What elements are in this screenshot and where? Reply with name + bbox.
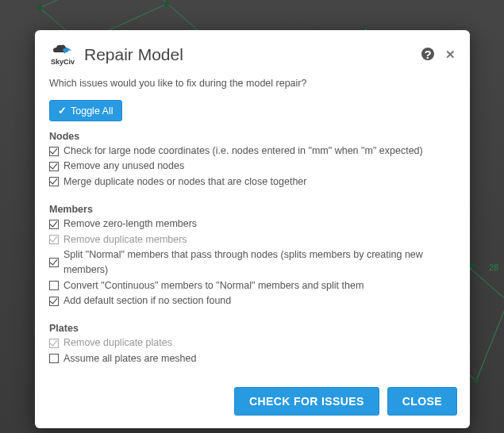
- dialog-body: Which issues would you like to fix durin…: [35, 71, 470, 377]
- option-members-2[interactable]: Split "Normal" members that pass through…: [49, 247, 456, 278]
- checkbox[interactable]: [49, 147, 59, 156]
- close-button[interactable]: CLOSE: [387, 387, 457, 416]
- svg-line-2: [40, 0, 127, 8]
- brand-logo: SkyCiv: [49, 41, 76, 68]
- brand-text: SkyCiv: [51, 58, 75, 66]
- option-label: Remove any unused nodes: [63, 159, 184, 174]
- node-label: 28: [489, 262, 498, 272]
- option-members-4[interactable]: Add default section if no section found: [49, 293, 456, 308]
- toggle-all-button[interactable]: ✓ Toggle All: [49, 100, 122, 121]
- section-head-members: Members: [49, 204, 456, 215]
- option-members-1: Remove duplicate members: [49, 232, 456, 247]
- dialog-title: Repair Model: [84, 45, 421, 64]
- svg-point-12: [164, 2, 169, 6]
- intro-text: Which issues would you like to fix durin…: [49, 78, 456, 89]
- dialog-header: SkyCiv Repair Model ? ✕: [35, 30, 470, 71]
- svg-line-3: [476, 301, 504, 381]
- close-icon[interactable]: ✕: [445, 48, 456, 62]
- check-for-issues-button[interactable]: CHECK FOR ISSUES: [234, 387, 379, 416]
- checkbox: [49, 339, 59, 348]
- option-plates-1[interactable]: Assume all plates are meshed: [49, 351, 456, 366]
- option-label: Split "Normal" members that pass through…: [63, 247, 456, 278]
- checkbox[interactable]: [49, 162, 59, 171]
- option-nodes-0[interactable]: Check for large node coordinates (i.e. n…: [49, 144, 456, 159]
- checkbox[interactable]: [49, 177, 59, 186]
- option-label: Convert "Continuous" members to "Normal"…: [63, 278, 364, 293]
- option-label: Check for large node coordinates (i.e. n…: [63, 144, 423, 159]
- option-plates-0: Remove duplicate plates: [49, 335, 456, 351]
- section-head-nodes: Nodes: [49, 131, 456, 142]
- option-members-0[interactable]: Remove zero-length members: [49, 216, 456, 232]
- option-nodes-2[interactable]: Merge duplicate nodes or nodes that are …: [49, 174, 456, 190]
- section-head-plates: Plates: [49, 323, 456, 334]
- svg-point-16: [470, 263, 475, 268]
- option-label: Remove zero-length members: [63, 216, 197, 232]
- dialog-footer: CHECK FOR ISSUES CLOSE: [35, 377, 470, 428]
- checkbox[interactable]: [49, 281, 59, 290]
- toggle-all-label: Toggle All: [71, 105, 113, 117]
- help-icon[interactable]: ?: [421, 48, 434, 60]
- option-label: Merge duplicate nodes or nodes that are …: [63, 174, 306, 190]
- option-label: Remove duplicate plates: [63, 335, 172, 351]
- skyciv-logo-icon: [52, 44, 73, 57]
- option-label: Remove duplicate members: [63, 232, 187, 247]
- check-icon: ✓: [58, 105, 67, 117]
- option-label: Add default section if no section found: [63, 293, 231, 308]
- checkbox[interactable]: [49, 354, 59, 363]
- checkbox: [49, 235, 59, 244]
- option-members-3[interactable]: Convert "Continuous" members to "Normal"…: [49, 278, 456, 293]
- checkbox[interactable]: [49, 258, 59, 267]
- svg-point-14: [474, 378, 479, 383]
- option-nodes-1[interactable]: Remove any unused nodes: [49, 159, 456, 174]
- svg-point-7: [37, 6, 42, 10]
- checkbox[interactable]: [49, 297, 59, 306]
- repair-model-dialog: SkyCiv Repair Model ? ✕ Which issues wou…: [35, 30, 470, 428]
- option-label: Assume all plates are meshed: [63, 351, 196, 366]
- checkbox[interactable]: [49, 220, 59, 229]
